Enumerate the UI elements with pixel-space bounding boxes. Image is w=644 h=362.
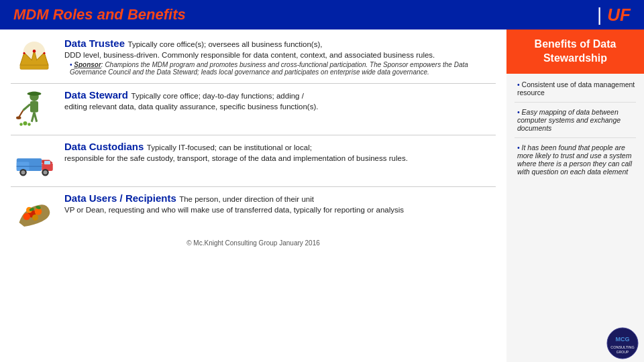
svg-line-13	[19, 111, 23, 117]
data-steward-intro: Typically core office; day-to-day functi…	[131, 92, 304, 100]
separator-2	[11, 135, 496, 135]
left-content-area: Data Trustee Typically core office(s); o…	[0, 29, 506, 362]
page-header: MDM Roles and Benefits | UF	[0, 0, 644, 29]
svg-point-16	[28, 123, 31, 126]
sidebar-bullet-2-text: Easy mapping of data between computer sy…	[517, 108, 621, 132]
sponsor-label: Sponsor	[74, 61, 101, 68]
right-sidebar: Benefits of Data Stewardship Consistent …	[506, 29, 644, 362]
svg-point-29	[35, 208, 42, 215]
data-users-intro: The person, under direction of their uni…	[179, 195, 314, 203]
data-users-icon	[11, 192, 58, 233]
data-custodians-text: Data Custodians Typically IT-focused; ca…	[64, 141, 496, 162]
role-data-steward: Data Steward Typically core office; day-…	[11, 89, 496, 129]
header-logo-area: | UF	[597, 4, 631, 25]
svg-point-4	[23, 52, 25, 54]
role-data-users: Data Users / Recipients The person, unde…	[11, 192, 496, 233]
footer: © Mc.Knight Consulting Group January 201…	[11, 237, 496, 249]
page-title: MDM Roles and Benefits	[13, 6, 186, 23]
svg-text:CONSULTING: CONSULTING	[610, 345, 635, 349]
svg-point-5	[44, 52, 46, 54]
data-trustee-intro: Typically core office(s); oversees all b…	[128, 40, 323, 48]
svg-point-35	[607, 328, 638, 359]
role-data-trustee: Data Trustee Typically core office(s); o…	[11, 38, 496, 78]
svg-point-24	[21, 170, 25, 174]
sidebar-header: Benefits of Data Stewardship	[506, 29, 644, 74]
svg-rect-12	[32, 92, 38, 95]
data-custodians-title: Data Custodians	[64, 141, 144, 152]
sidebar-bullet-3-text: It has been found that people are more l…	[517, 143, 632, 176]
data-steward-body: editing relevant data, data quality assu…	[64, 103, 496, 111]
uf-logo-text: UF	[607, 5, 631, 25]
sidebar-bullet-1: Consistent use of data management resour…	[515, 80, 636, 97]
svg-point-30	[23, 213, 31, 221]
svg-rect-7	[30, 101, 38, 113]
sidebar-bullet-1-text: Consistent use of data management resour…	[517, 80, 635, 97]
main-content: Data Trustee Typically core office(s); o…	[0, 29, 644, 362]
sidebar-bullet-2: Easy mapping of data between computer sy…	[515, 108, 636, 132]
svg-rect-27	[17, 166, 42, 168]
svg-point-31	[32, 215, 38, 221]
svg-point-17	[19, 123, 23, 126]
data-steward-title: Data Steward	[64, 89, 128, 101]
svg-text:MCG: MCG	[616, 336, 630, 343]
data-trustee-title: Data Trustee	[64, 38, 125, 49]
svg-point-3	[33, 50, 36, 53]
data-users-text: Data Users / Recipients The person, unde…	[64, 192, 496, 214]
svg-point-26	[44, 170, 48, 174]
data-trustee-icon	[11, 38, 58, 78]
uf-logo: UF	[607, 5, 631, 25]
separator-3	[11, 186, 496, 187]
svg-text:GROUP: GROUP	[616, 350, 629, 354]
data-users-body: VP or Dean, requesting and who will make…	[64, 206, 496, 214]
data-users-title: Data Users / Recipients	[64, 192, 176, 204]
svg-point-15	[23, 121, 28, 125]
header-divider: |	[597, 4, 602, 25]
svg-line-10	[23, 105, 31, 111]
footer-text: © Mc.Knight Consulting Group January 201…	[186, 239, 320, 247]
data-trustee-text: Data Trustee Typically core office(s); o…	[64, 38, 496, 76]
sponsor-text: : Champions the MDM program and promotes…	[70, 61, 468, 76]
svg-rect-22	[44, 161, 50, 164]
separator-1	[11, 83, 496, 84]
mcg-logo-area: MCG CONSULTING GROUP	[506, 324, 644, 362]
svg-point-14	[16, 117, 21, 120]
sidebar-body: Consistent use of data management resour…	[506, 74, 644, 324]
mcg-logo-icon: MCG CONSULTING GROUP	[606, 327, 639, 359]
role-data-custodians: Data Custodians Typically IT-focused; ca…	[11, 141, 496, 181]
sidebar-separator-2	[515, 137, 636, 138]
data-trustee-sponsor: Sponsor: Champions the MDM program and p…	[64, 61, 496, 76]
svg-rect-2	[20, 65, 48, 69]
data-custodians-icon	[11, 141, 58, 181]
data-steward-text: Data Steward Typically core office; day-…	[64, 89, 496, 111]
data-steward-icon	[11, 89, 58, 129]
data-custodians-body: responsible for the safe custody, transp…	[64, 154, 496, 162]
data-custodians-intro: Typically IT-focused; can be institution…	[147, 143, 312, 152]
svg-line-9	[34, 113, 37, 122]
sidebar-bullet-3: It has been found that people are more l…	[515, 143, 636, 176]
sidebar-separator-1	[515, 102, 636, 103]
data-trustee-body: DDD level, business-driven. Commonly res…	[64, 51, 496, 59]
